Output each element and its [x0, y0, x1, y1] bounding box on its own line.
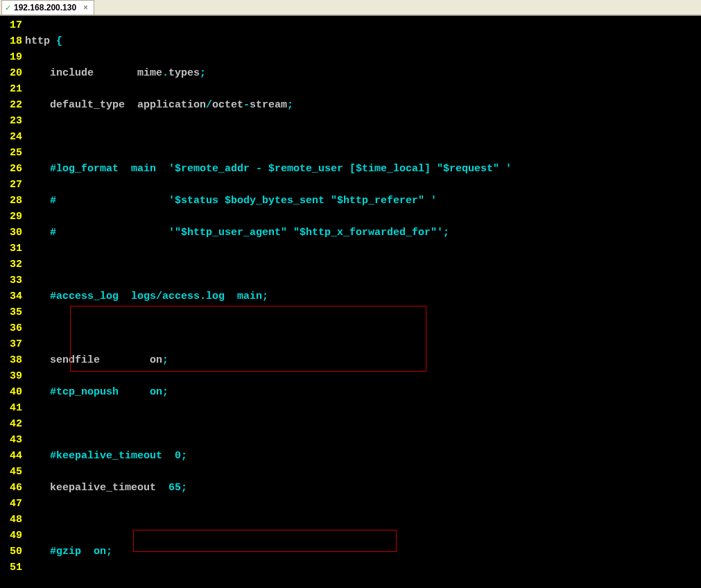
check-icon: ✓ [5, 3, 11, 12]
editor-window: ✓ 192.168.200.130 × 17 18 19 20 21 22 23… [0, 0, 701, 588]
line-number-gutter: 17 18 19 20 21 22 23 24 25 26 27 28 29 3… [0, 16, 25, 588]
code-editor[interactable]: 17 18 19 20 21 22 23 24 25 26 27 28 29 3… [0, 15, 701, 588]
close-icon[interactable]: × [83, 3, 88, 12]
tab-active[interactable]: ✓ 192.168.200.130 × [1, 0, 94, 15]
tab-title: 192.168.200.130 [14, 3, 76, 12]
tab-bar: ✓ 192.168.200.130 × [0, 0, 701, 15]
code-area[interactable]: http { include mime.types; default_type … [25, 16, 701, 588]
